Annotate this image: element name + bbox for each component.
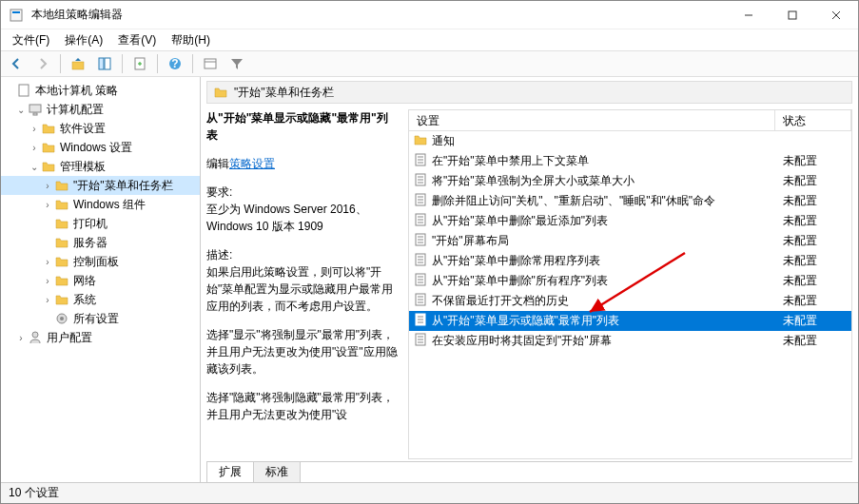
document-icon <box>16 83 31 98</box>
up-button[interactable] <box>67 52 89 75</box>
expand-icon[interactable]: › <box>41 181 54 191</box>
list-row[interactable]: 将"开始"菜单强制为全屏大小或菜单大小未配置 <box>409 171 851 191</box>
svg-point-18 <box>60 317 64 320</box>
expand-icon[interactable]: › <box>14 333 28 343</box>
list-row[interactable]: 在"开始"菜单中禁用上下文菜单未配置 <box>409 151 851 171</box>
req-text: 至少为 Windows Server 2016、Windows 10 版本 19… <box>206 203 367 233</box>
forward-button[interactable] <box>31 52 54 75</box>
show-hide-tree-button[interactable] <box>93 52 116 75</box>
folder-icon <box>54 235 69 250</box>
menu-action[interactable]: 操作(A) <box>57 30 110 50</box>
close-button[interactable] <box>814 1 858 29</box>
desc-p1: 如果启用此策略设置，则可以将"开始"菜单配置为显示或隐藏用户最常用应用的列表，而… <box>206 265 393 313</box>
tree-computer-config[interactable]: ⌄ 计算机配置 <box>1 100 200 119</box>
content-row: 从"开始"菜单显示或隐藏"最常用"列表 编辑策略设置 要求:至少为 Window… <box>206 109 852 459</box>
tree-windows-settings[interactable]: › Windows 设置 <box>1 138 200 157</box>
filter-button[interactable] <box>225 52 248 75</box>
back-button[interactable] <box>5 52 28 75</box>
path-header: "开始"菜单和任务栏 <box>206 81 852 104</box>
tree-admin-templates[interactable]: ⌄ 管理模板 <box>1 157 200 176</box>
svg-point-19 <box>32 332 38 338</box>
svg-rect-7 <box>99 58 104 69</box>
menu-help[interactable]: 帮助(H) <box>164 30 218 50</box>
cell-state: 未配置 <box>775 193 851 209</box>
policy-icon <box>413 272 428 290</box>
cell-setting: "开始"屏幕布局 <box>409 232 775 250</box>
collapse-icon[interactable]: ⌄ <box>28 162 41 172</box>
desc-label: 描述: <box>206 248 232 262</box>
tree-printers[interactable]: › 打印机 <box>1 214 200 233</box>
list-row[interactable]: "开始"屏幕布局未配置 <box>409 231 851 251</box>
folder-icon <box>54 292 69 307</box>
collapse-icon[interactable]: ⌄ <box>14 105 28 115</box>
tree-start-taskbar[interactable]: › "开始"菜单和任务栏 <box>1 176 200 195</box>
policy-list: 设置 状态 通知在"开始"菜单中禁用上下文菜单未配置将"开始"菜单强制为全屏大小… <box>408 109 852 459</box>
tree-system[interactable]: › 系统 <box>1 290 200 309</box>
tab-extended[interactable]: 扩展 <box>206 461 254 482</box>
edit-policy-link[interactable]: 策略设置 <box>229 157 275 170</box>
expand-icon[interactable]: › <box>28 124 41 134</box>
policy-icon <box>413 172 428 190</box>
list-row[interactable]: 从"开始"菜单中删除"最近添加"列表未配置 <box>409 211 851 231</box>
help-button[interactable]: ? <box>164 52 186 75</box>
tree-label: 用户配置 <box>47 330 92 346</box>
folder-icon <box>41 121 56 136</box>
row-name: 从"开始"菜单中删除常用程序列表 <box>432 253 600 269</box>
row-name: 在"开始"菜单中禁用上下文菜单 <box>432 153 589 169</box>
menu-file[interactable]: 文件(F) <box>5 30 57 50</box>
row-name: 从"开始"菜单中删除"最近添加"列表 <box>432 213 608 229</box>
minimize-button[interactable] <box>727 1 771 29</box>
row-name: 在安装应用时将其固定到"开始"屏幕 <box>432 333 612 349</box>
folder-icon <box>413 132 428 150</box>
status-text: 10 个设置 <box>9 485 59 501</box>
tree-all-settings[interactable]: › 所有设置 <box>1 309 200 328</box>
cell-setting: 在安装应用时将其固定到"开始"屏幕 <box>409 332 775 350</box>
menu-view[interactable]: 查看(V) <box>110 30 164 50</box>
list-row[interactable]: 从"开始"菜单中删除"所有程序"列表未配置 <box>409 271 851 291</box>
list-row[interactable]: 通知 <box>409 131 851 151</box>
cell-setting: 从"开始"菜单中删除"最近添加"列表 <box>409 212 775 230</box>
list-body[interactable]: 通知在"开始"菜单中禁用上下文菜单未配置将"开始"菜单强制为全屏大小或菜单大小未… <box>409 131 851 458</box>
column-state[interactable]: 状态 <box>775 110 851 130</box>
statusbar: 10 个设置 <box>1 482 858 503</box>
right-pane: "开始"菜单和任务栏 从"开始"菜单显示或隐藏"最常用"列表 编辑策略设置 要求… <box>201 77 858 482</box>
tab-standard[interactable]: 标准 <box>253 461 301 482</box>
svg-rect-16 <box>33 113 37 115</box>
list-row[interactable]: 在安装应用时将其固定到"开始"屏幕未配置 <box>409 331 851 351</box>
tree-root[interactable]: ▸ 本地计算机 策略 <box>1 81 200 100</box>
options-button[interactable] <box>199 52 222 75</box>
cell-state: 未配置 <box>775 173 851 189</box>
list-row[interactable]: 删除并阻止访问"关机"、"重新启动"、"睡眠"和"休眠"命令未配置 <box>409 191 851 211</box>
tree-control-panel[interactable]: › 控制面板 <box>1 252 200 271</box>
computer-icon <box>28 102 43 117</box>
folder-icon <box>41 159 56 174</box>
path-title: "开始"菜单和任务栏 <box>234 85 334 101</box>
export-button[interactable] <box>128 52 151 75</box>
list-row[interactable]: 从"开始"菜单中删除常用程序列表未配置 <box>409 251 851 271</box>
tree-software[interactable]: › 软件设置 <box>1 119 200 138</box>
expand-icon[interactable]: › <box>28 143 41 153</box>
tree-label: 服务器 <box>73 235 107 251</box>
cell-state: 未配置 <box>775 293 851 309</box>
tree-user-config[interactable]: › 用户配置 <box>1 328 200 347</box>
list-row[interactable]: 从"开始"菜单显示或隐藏"最常用"列表未配置 <box>409 311 851 331</box>
expand-icon[interactable]: › <box>41 276 54 286</box>
tree-windows-components[interactable]: › Windows 组件 <box>1 195 200 214</box>
tree-pane[interactable]: ▸ 本地计算机 策略 ⌄ 计算机配置 › 软件设置 › Windows 设置 ⌄… <box>1 77 201 482</box>
cell-setting: 通知 <box>409 132 775 150</box>
cell-setting: 删除并阻止访问"关机"、"重新启动"、"睡眠"和"休眠"命令 <box>409 192 775 210</box>
policy-icon <box>413 192 428 210</box>
tree-network[interactable]: › 网络 <box>1 271 200 290</box>
toolbar: ? <box>1 50 858 77</box>
expand-icon[interactable]: › <box>41 295 54 305</box>
policy-icon <box>413 252 428 270</box>
expand-icon[interactable]: › <box>41 200 54 210</box>
list-row[interactable]: 不保留最近打开文档的历史未配置 <box>409 291 851 311</box>
tree-server[interactable]: › 服务器 <box>1 233 200 252</box>
desc-p2: 选择"显示"将强制显示"最常用"列表，并且用户无法更改为使用"设置"应用隐藏该列… <box>206 326 399 378</box>
maximize-button[interactable] <box>771 1 814 29</box>
main-area: ▸ 本地计算机 策略 ⌄ 计算机配置 › 软件设置 › Windows 设置 ⌄… <box>1 77 858 482</box>
column-setting[interactable]: 设置 <box>409 110 775 130</box>
expand-icon[interactable]: › <box>41 257 54 267</box>
svg-rect-1 <box>12 11 20 13</box>
